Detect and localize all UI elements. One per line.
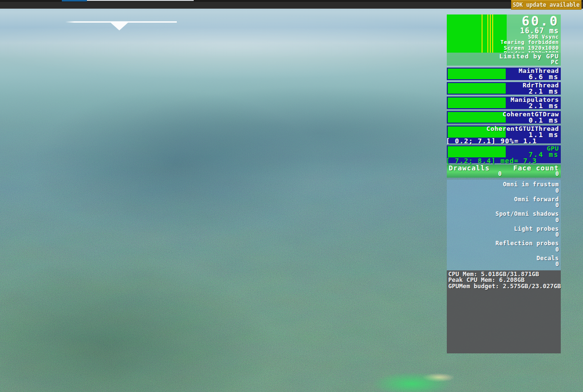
frame-spike-marker bbox=[490, 14, 491, 53]
thread-bar-coherentgtuithread: CoherentGTUIThread 1.1 ms [ 0.2; 7.1] 90… bbox=[447, 126, 561, 143]
stat-label: Omni in frustum bbox=[447, 182, 559, 188]
fps-readout: 60.0 16.67 ms SDR Vsync Tearing forbidde… bbox=[500, 15, 559, 53]
thread-bar-manipulators: Manipulators 2.1 ms bbox=[447, 97, 561, 109]
stat-reflection-probes: Reflection probes 0 bbox=[447, 240, 559, 252]
facecount-value: 0 bbox=[501, 171, 559, 177]
menu-highlight-strip bbox=[87, 0, 194, 1]
facecount-label: Face count bbox=[513, 165, 559, 171]
thread-bar-mainthread: MainThread 6.6 ms bbox=[447, 68, 561, 80]
frame-spike-marker bbox=[487, 14, 488, 53]
lighting-stats-panel: Omni in frustum 0 Omni forward 0 Spot/Om… bbox=[447, 180, 561, 270]
drawcalls-label: Drawcalls bbox=[449, 165, 490, 171]
active-tab-indicator bbox=[62, 0, 87, 1]
stat-omni-in-frustum: Omni in frustum 0 bbox=[447, 182, 559, 194]
limited-by-label: Limited by GPU bbox=[447, 53, 559, 59]
frame-spike-marker bbox=[482, 14, 483, 53]
fps-graph-panel: 60.0 16.67 ms SDR Vsync Tearing forbidde… bbox=[447, 14, 561, 53]
devmode-menu-bar bbox=[0, 0, 583, 9]
stat-label: Reflection probes bbox=[447, 240, 559, 247]
thread-range-stats: [ 7.2; 8.4] med= 7.3 bbox=[445, 158, 559, 164]
limited-target-label: PC bbox=[447, 59, 559, 65]
thread-range-stats: [ 0.2; 7.1] 90%= 1.1 bbox=[445, 138, 559, 144]
stat-label: Omni forward bbox=[447, 196, 559, 203]
gpu-memory-budget: GPUMem budget: 2.575GB/23.027GB bbox=[448, 283, 561, 289]
thread-bar-gpu: GPU 7.4 ms [ 7.2; 8.4] med= 7.3 bbox=[447, 145, 561, 163]
frame-time: 16.67 ms bbox=[500, 28, 559, 34]
thread-value: 0.1 ms bbox=[445, 117, 559, 124]
memory-stats-panel: CPU Mem: 5.018GB/31.871GB Peak CPU Mem: … bbox=[447, 270, 561, 353]
thread-value: 2.1 ms bbox=[445, 88, 559, 95]
toolbar-pull-tab[interactable] bbox=[65, 21, 177, 32]
thread-value: 2.1 ms bbox=[445, 103, 559, 109]
triangle-down-icon bbox=[110, 22, 128, 30]
drawcalls-band: Drawcalls Face count 0 0 bbox=[447, 165, 561, 178]
stat-value: 0 bbox=[447, 232, 559, 238]
stat-value: 0 bbox=[447, 247, 559, 252]
fps-debug-overlay: 60.0 16.67 ms SDR Vsync Tearing forbidde… bbox=[447, 14, 561, 353]
stat-omni-forward: Omni forward 0 bbox=[447, 196, 559, 209]
stat-spot-omni-shadows: Spot/Omni shadows 0 bbox=[447, 211, 559, 223]
limited-by-band: Limited by GPU PC bbox=[447, 53, 561, 66]
stat-label: Light probes bbox=[447, 226, 559, 232]
fps-graph-fill bbox=[447, 14, 507, 53]
stat-value: 0 bbox=[447, 217, 559, 223]
stat-label: Spot/Omni shadows bbox=[447, 211, 559, 217]
thread-bar-rdrthread: RdrThread 2.1 ms bbox=[447, 82, 561, 95]
stat-value: 0 bbox=[447, 202, 559, 208]
stat-value: 0 bbox=[447, 261, 559, 267]
drawcalls-value: 0 bbox=[449, 171, 501, 177]
sdk-update-button[interactable]: SDK update available bbox=[511, 0, 582, 10]
thread-bar-coherentgtdraw: CoherentGTDraw 0.1 ms bbox=[447, 111, 561, 124]
stat-decals: Decals 0 bbox=[447, 255, 559, 267]
fps-value: 60.0 bbox=[500, 15, 559, 28]
thread-value: 6.6 ms bbox=[445, 74, 559, 80]
stat-label: Decals bbox=[447, 255, 559, 262]
stat-light-probes: Light probes 0 bbox=[447, 226, 559, 238]
stat-value: 0 bbox=[447, 188, 559, 194]
render-resolution: Render 1920x1080 bbox=[500, 51, 559, 53]
frame-spike-marker bbox=[492, 14, 493, 53]
